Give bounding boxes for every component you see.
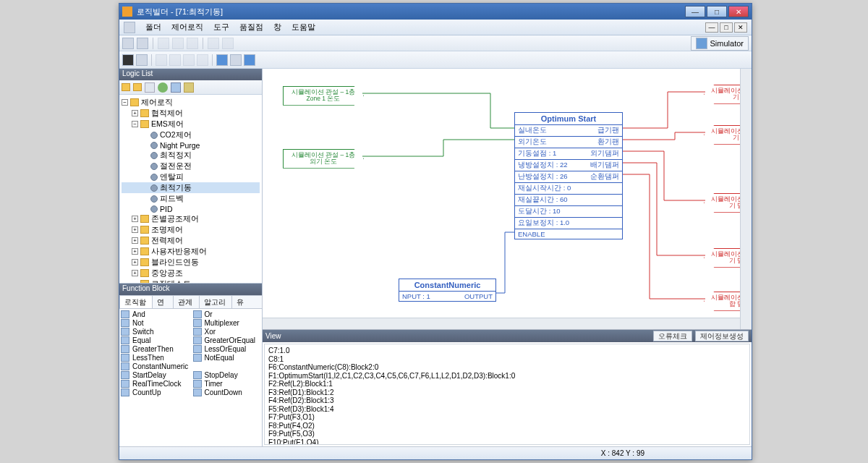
view-output[interactable]: C7:1.0C8:1F6:ConstantNumeric(C8):Block2:… [264, 344, 750, 445]
expand-icon[interactable]: + [132, 248, 138, 255]
tree-item[interactable]: 피드벡 [122, 193, 260, 204]
fb-item[interactable]: GreaterOrEqual [193, 336, 261, 344]
toolbar-icon[interactable] [122, 38, 134, 49]
toolbar-icon[interactable] [172, 38, 184, 49]
mdi-close-button[interactable]: ✕ [734, 22, 747, 33]
fb-item[interactable]: StopDelay [193, 371, 261, 379]
settings-icon[interactable] [184, 82, 194, 93]
toolbar-icon[interactable] [187, 38, 198, 49]
maximize-button[interactable]: □ [707, 6, 727, 17]
expand-icon[interactable]: + [132, 216, 138, 222]
expand-icon[interactable]: − [132, 121, 138, 127]
search-icon[interactable] [171, 82, 181, 93]
expand-icon[interactable]: + [132, 110, 138, 116]
fb-item[interactable]: Switch [121, 328, 189, 336]
fb-item[interactable]: Not [121, 319, 189, 327]
toolbar-icon[interactable] [216, 54, 228, 66]
open-folder-icon[interactable] [133, 83, 142, 91]
tree-item[interactable]: +전력제어 [122, 235, 260, 246]
fb-list[interactable]: AndOrNotMultiplexerSwitchXorEqualGreater… [119, 309, 262, 446]
tree-item[interactable]: CO2제어 [122, 129, 260, 140]
pointer-tool-icon[interactable] [122, 54, 134, 66]
toolbar-icon[interactable] [169, 54, 181, 66]
tree-item[interactable]: −EMS제어 [122, 119, 260, 129]
toolbar-icon[interactable] [137, 38, 148, 49]
close-button[interactable]: ✕ [728, 6, 749, 17]
canvas[interactable]: 시뮬레이션 관설 – 1층 Zone 1 온도 시뮬레이션 관설 – 1층 외기… [263, 69, 752, 446]
toolbar-icon[interactable] [244, 54, 255, 66]
fb-tab[interactable]: 관계점 [173, 295, 200, 308]
expand-icon[interactable]: + [132, 259, 138, 266]
toolbar-icon[interactable] [156, 54, 167, 66]
menu-item[interactable]: 도움말 [292, 22, 315, 33]
expand-icon[interactable]: + [132, 226, 138, 233]
constant-numeric-block[interactable]: ConstantNumeric NPUT : 1OUTPUT [399, 279, 496, 302]
expand-icon[interactable]: + [132, 270, 138, 276]
titlebar[interactable]: 로직빌더 - [71:최적기동] — □ ✕ [119, 4, 752, 20]
fb-item[interactable]: NotEqual [193, 354, 261, 362]
menu-item[interactable]: 창 [273, 22, 281, 33]
menu-item[interactable]: 품질점 [239, 22, 263, 33]
tree-item[interactable]: 엔탈피 [122, 171, 260, 182]
tree-item[interactable]: +조명제어 [122, 224, 260, 235]
toolbar-icon[interactable] [230, 54, 242, 66]
fb-item[interactable]: Equal [121, 336, 189, 344]
mdi-restore-button[interactable]: □ [720, 22, 733, 33]
fb-item[interactable]: CountUp [121, 388, 189, 396]
minimize-button[interactable]: — [685, 6, 705, 17]
fb-item[interactable]: Or [193, 310, 261, 318]
tree-item[interactable]: 최적정지 [122, 150, 260, 161]
fb-item[interactable]: Timer [193, 380, 261, 388]
toolbar-icon[interactable] [197, 54, 208, 66]
scrollbar-vertical[interactable] [740, 69, 752, 329]
tree-item[interactable]: +사용자반응제어 [122, 246, 260, 257]
tree-item[interactable]: 절전운전 [122, 161, 260, 171]
fb-item[interactable]: And [121, 310, 189, 318]
tree-item[interactable]: +블라인드연동 [122, 257, 260, 268]
fb-item[interactable]: CountDown [193, 388, 261, 396]
error-check-button[interactable]: 오류체크 [653, 331, 692, 341]
scrollbar-horizontal[interactable] [263, 318, 740, 329]
expand-icon[interactable]: + [132, 237, 138, 244]
mdi-minimize-button[interactable]: — [705, 22, 718, 33]
toolbar-icon[interactable] [222, 38, 234, 49]
tree-item[interactable]: +중앙공조 [122, 268, 260, 279]
fb-tab[interactable]: 알고리즘 [199, 295, 232, 308]
expand-icon[interactable]: − [122, 99, 128, 106]
menu-item[interactable]: 도구 [213, 22, 229, 33]
tree-item[interactable]: Night Purge [122, 140, 260, 150]
fb-tab[interactable]: 로직함수 [119, 295, 153, 308]
toolbar-icon[interactable] [183, 54, 195, 66]
logic-tree[interactable]: −제어로직 +협적제어−EMS제어CO2제어Night Purge최적정지절전운… [119, 95, 262, 283]
menu-item[interactable]: 폴더 [145, 22, 161, 33]
fb-item[interactable] [193, 362, 261, 370]
fb-tab[interactable]: 유(◀▶) [231, 295, 263, 308]
fb-item[interactable]: LessThen [121, 354, 189, 362]
toolbar-icon[interactable] [158, 38, 169, 49]
file-icon[interactable] [145, 82, 155, 93]
fb-item[interactable]: RealTimeClock [121, 380, 189, 388]
fb-item[interactable]: Xor [193, 328, 261, 336]
tree-item[interactable]: 최적기동 [122, 182, 260, 193]
new-folder-icon[interactable] [122, 83, 130, 91]
optimum-start-block[interactable]: Optimum Start 실내온도급기팬외기온도환기팬기동설점 : 1외기댐퍼… [514, 112, 623, 239]
tree-item[interactable]: +존별공조제어 [122, 213, 260, 224]
window-title: 로직빌더 - [71:최적기동] [137, 7, 223, 17]
tree-item[interactable]: +협적제어 [122, 108, 260, 119]
menu-item[interactable]: 제어로직 [171, 22, 203, 33]
tree-item[interactable]: PID [122, 204, 260, 213]
fb-icon [193, 371, 202, 379]
simulator-button[interactable]: Simulator [691, 36, 749, 51]
input-tag[interactable]: 시뮬레이션 관설 – 1층 외기 온도 [283, 149, 364, 169]
fb-item[interactable]: StartDelay [121, 371, 189, 379]
input-tag[interactable]: 시뮬레이션 관설 – 1층 Zone 1 온도 [283, 86, 364, 106]
fb-item[interactable]: GreaterThen [121, 345, 189, 353]
fb-tab[interactable]: 연산 [152, 295, 174, 308]
pencil-tool-icon[interactable] [136, 54, 148, 66]
toolbar-icon[interactable] [208, 38, 219, 49]
fb-item[interactable]: ConstantNumeric [121, 362, 189, 370]
generate-info-button[interactable]: 제어정보생성 [695, 331, 749, 341]
fb-item[interactable]: Multiplexer [193, 319, 261, 327]
refresh-icon[interactable] [158, 82, 168, 93]
fb-item[interactable]: LessOrEqual [193, 345, 261, 353]
